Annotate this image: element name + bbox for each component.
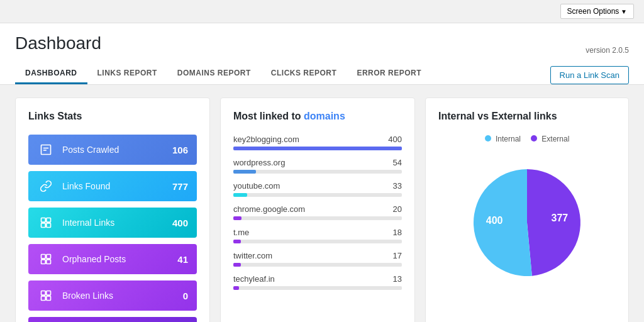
- domain-bar-fill: [233, 263, 241, 267]
- domain-row: chrome.google.com 20: [233, 204, 402, 220]
- domain-bar-bg: [233, 147, 402, 150]
- links-icon: [37, 177, 55, 195]
- domain-bar-bg: [233, 263, 402, 267]
- svg-rect-4: [47, 218, 51, 223]
- domain-name: key2blogging.com: [233, 135, 299, 144]
- domain-name: techyleaf.in: [233, 274, 275, 284]
- domain-row: techyleaf.in 13: [233, 274, 402, 290]
- internal-legend-label: Internal: [496, 135, 521, 143]
- svg-rect-5: [42, 223, 46, 228]
- svg-rect-3: [42, 218, 46, 223]
- orphaned-icon: [37, 250, 55, 268]
- domain-count: 18: [393, 228, 402, 237]
- broken-links-value: 0: [183, 291, 188, 301]
- domain-bar-fill: [233, 286, 239, 290]
- svg-rect-7: [42, 255, 46, 259]
- external-legend-label: External: [541, 135, 569, 143]
- posts-crawled-value: 106: [172, 145, 188, 155]
- domains-title-start: Most linked to: [233, 111, 304, 121]
- broken-links-label: Broken Links: [62, 291, 183, 301]
- links-stats-title: Links Stats: [28, 111, 197, 122]
- svg-rect-11: [42, 291, 46, 296]
- domain-bar-bg: [233, 216, 402, 220]
- version-text: version 2.0.5: [586, 46, 629, 55]
- internal-links-label: Internal Links: [62, 218, 172, 228]
- svg-rect-8: [47, 255, 51, 259]
- orphaned-posts-label: Orphaned Posts: [62, 254, 177, 264]
- stat-broken-links: Broken Links 0: [28, 280, 197, 311]
- broken-icon: [37, 287, 55, 304]
- internal-legend-dot: [485, 135, 491, 142]
- domain-name: wordpress.org: [233, 158, 285, 167]
- domains-title-highlight: domains: [304, 111, 345, 121]
- internal-value-label: 400: [486, 215, 503, 226]
- domain-row: twitter.com 17: [233, 251, 402, 267]
- tab-dashboard[interactable]: DASHBOARD: [15, 64, 87, 84]
- links-found-value: 777: [172, 181, 188, 192]
- page-title: Dashboard: [15, 33, 629, 58]
- external-legend-dot: [531, 135, 537, 142]
- svg-rect-13: [42, 296, 46, 301]
- domain-rows: key2blogging.com 400 wordpress.org 54 yo…: [233, 135, 402, 290]
- stat-links-found: Links Found 777: [28, 171, 197, 201]
- tab-error-report[interactable]: ERROR REPORT: [347, 64, 431, 84]
- domain-bar-fill: [233, 216, 242, 220]
- pie-chart-panel: Internal vs External links Internal Exte…: [425, 97, 629, 322]
- svg-rect-6: [47, 223, 51, 228]
- domain-bar-bg: [233, 240, 402, 243]
- orphaned-posts-value: 41: [177, 254, 188, 265]
- internal-icon: [37, 214, 55, 231]
- domain-count: 400: [388, 135, 402, 144]
- domain-bar-bg: [233, 193, 402, 197]
- pie-container: 377 400: [438, 153, 616, 292]
- domains-title: Most linked to domains: [233, 111, 402, 122]
- domains-panel: Most linked to domains key2blogging.com …: [220, 97, 415, 322]
- svg-rect-10: [47, 260, 51, 264]
- internal-links-value: 400: [172, 218, 188, 228]
- external-legend-item: External: [531, 135, 569, 143]
- posts-icon: [37, 141, 55, 158]
- svg-rect-9: [42, 260, 46, 264]
- domain-row: youtube.com 33: [233, 181, 402, 197]
- run-scan-button[interactable]: Run a Link Scan: [550, 66, 629, 84]
- links-stats-panel: Links Stats Posts Crawled 106: [15, 97, 210, 322]
- svg-rect-12: [47, 291, 51, 296]
- domain-bar-bg: [233, 170, 402, 174]
- external-value-label: 377: [552, 213, 569, 223]
- links-found-label: Links Found: [62, 181, 172, 191]
- tab-clicks-report[interactable]: CLICKS REPORT: [261, 64, 347, 84]
- domain-name: twitter.com: [233, 251, 272, 260]
- domain-bar-fill: [233, 240, 241, 243]
- domain-name: youtube.com: [233, 181, 280, 191]
- stat-orphaned-posts: Orphaned Posts 41: [28, 244, 197, 274]
- domain-bar-fill: [233, 170, 256, 174]
- domain-count: 33: [393, 181, 402, 191]
- domain-row: t.me 18: [233, 228, 402, 243]
- pie-legend: Internal External: [438, 135, 616, 143]
- stat-internal-links: Internal Links 400: [28, 208, 197, 238]
- stat-posts-crawled: Posts Crawled 106: [28, 135, 197, 165]
- domain-count: 20: [393, 204, 402, 214]
- internal-legend-item: Internal: [485, 135, 521, 143]
- nav-tabs: DASHBOARD LINKS REPORT DOMAINS REPORT CL…: [15, 64, 629, 84]
- domain-name: t.me: [233, 228, 249, 237]
- svg-rect-14: [47, 296, 51, 301]
- domain-count: 54: [393, 158, 402, 167]
- tab-domains-report[interactable]: DOMAINS REPORT: [167, 64, 261, 84]
- pie-chart-title: Internal vs External links: [438, 111, 616, 122]
- screen-options-button[interactable]: Screen Options: [560, 4, 634, 19]
- domain-count: 17: [393, 251, 402, 260]
- tab-links-report[interactable]: LINKS REPORT: [87, 64, 167, 84]
- domain-name: chrome.google.com: [233, 204, 305, 214]
- domain-count: 13: [393, 274, 402, 284]
- domain-bar-bg: [233, 286, 402, 290]
- stat-404-errors: 404 errors 0: [28, 317, 197, 322]
- domain-bar-fill: [233, 193, 247, 197]
- domain-row: key2blogging.com 400: [233, 135, 402, 150]
- pie-svg: 377 400: [458, 153, 596, 292]
- posts-crawled-label: Posts Crawled: [62, 145, 172, 155]
- domain-row: wordpress.org 54: [233, 158, 402, 174]
- domain-bar-fill: [233, 147, 402, 150]
